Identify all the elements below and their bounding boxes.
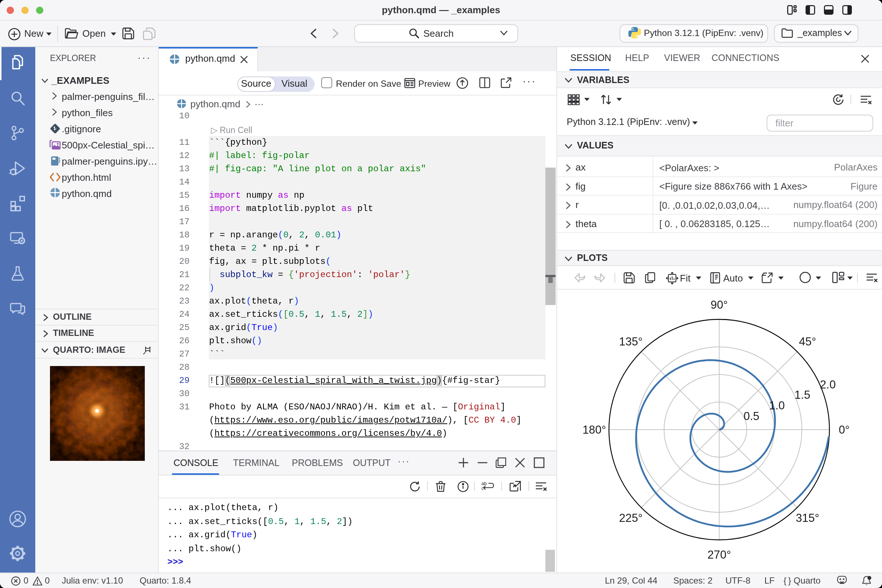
svg-text:2.0: 2.0: [820, 378, 836, 391]
svg-text:135°: 135°: [619, 335, 643, 348]
svg-text:270°: 270°: [707, 548, 731, 561]
svg-text:0°: 0°: [838, 423, 850, 436]
svg-text:1.0: 1.0: [769, 399, 784, 412]
svg-text:90°: 90°: [711, 298, 728, 311]
svg-text:180°: 180°: [582, 423, 606, 436]
svg-text:45°: 45°: [799, 335, 816, 348]
svg-text:225°: 225°: [619, 511, 643, 524]
svg-text:1.5: 1.5: [795, 388, 810, 401]
svg-text:c: c: [482, 486, 484, 491]
svg-text:315°: 315°: [796, 511, 819, 524]
svg-text:0.5: 0.5: [744, 410, 759, 422]
